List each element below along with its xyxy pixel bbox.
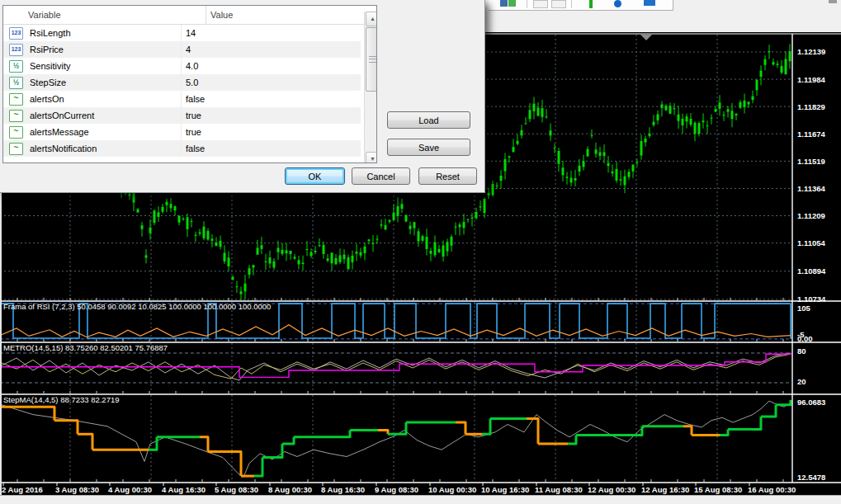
candle-body [467, 219, 470, 220]
candle-body [525, 124, 527, 125]
time-axis-label: 9 Aug 08:30 [375, 485, 418, 494]
parameter-value[interactable]: false [181, 140, 361, 157]
parameter-name: alertsOnCurrent [30, 111, 94, 120]
candle-body [554, 148, 556, 148]
candle-body [459, 224, 461, 227]
candle-body [698, 123, 701, 134]
parameter-value[interactable]: 4 [181, 41, 361, 58]
candle-body [331, 252, 333, 263]
candle-body [211, 239, 214, 241]
candle-body [170, 204, 172, 208]
pane-scale-label: 96.0683 [797, 398, 825, 407]
candle-body [673, 108, 676, 109]
candle-body [558, 151, 560, 164]
time-axis[interactable]: 2 Aug 20163 Aug 08:304 Aug 00:304 Aug 16… [2, 483, 796, 494]
candle-body [756, 80, 758, 91]
candle-body [401, 204, 404, 209]
window-left-edge [0, 192, 2, 504]
reset-button[interactable]: Reset [418, 167, 477, 185]
table-header[interactable]: Variable Value [3, 6, 376, 25]
column-header-variable[interactable]: Variable [3, 6, 206, 24]
parameter-row[interactable]: 123RsiLength14 [3, 25, 361, 41]
parameter-name: RsiLength [30, 28, 71, 38]
candle-body [694, 123, 697, 134]
parameter-value[interactable]: false [181, 91, 361, 107]
candle-body [426, 237, 428, 249]
candle-body [405, 215, 408, 222]
candle-body [281, 250, 284, 254]
candle-body [451, 237, 453, 246]
candle-body [529, 110, 532, 119]
parameter-row[interactable]: ~alertsNotificationfalse [3, 140, 361, 157]
time-axis-label: 3 Aug 08:30 [55, 485, 99, 494]
candle-body [768, 51, 771, 52]
time-axis-label: 4 Aug 00:30 [108, 485, 152, 494]
candle-body [772, 62, 775, 64]
candle-body [661, 104, 664, 108]
candle-body [492, 184, 494, 195]
window-bottom-strip [0, 495, 841, 504]
scroll-up-icon[interactable]: ▲ [366, 12, 377, 26]
double-param-icon: ½ [9, 77, 23, 89]
candle-body [261, 245, 263, 249]
candle-body [719, 102, 721, 108]
scroll-down-icon[interactable]: ▼ [366, 152, 377, 163]
ok-button[interactable]: OK [285, 167, 345, 185]
parameter-row[interactable]: ~alertsOnfalse [3, 91, 361, 107]
time-axis-label: 16 Aug 00:30 [748, 485, 796, 494]
save-button[interactable]: Save [387, 139, 470, 156]
candle-body [158, 212, 160, 217]
parameter-row[interactable]: ½Sensitivity4.0 [3, 58, 361, 74]
candle-body [166, 202, 168, 205]
candle-body [723, 115, 725, 115]
candle-body [236, 286, 239, 287]
candle-body [739, 102, 742, 108]
parameter-row[interactable]: ½StepSize5.0 [3, 74, 361, 91]
candle-body [665, 106, 668, 110]
candle-body [380, 224, 383, 225]
candle-body [603, 153, 606, 156]
price-axis-label: 1.10894 [797, 266, 826, 276]
candle-body [562, 167, 565, 175]
candle-body [389, 220, 391, 222]
table-scrollbar[interactable]: ▲ ▼ [364, 12, 377, 163]
candle-body [744, 101, 746, 107]
candle-body [488, 193, 490, 195]
parameter-name: Sensitivity [30, 61, 71, 71]
candle-body [372, 243, 375, 244]
candle-body [541, 108, 544, 117]
candle-body [628, 172, 631, 177]
column-header-value[interactable]: Value [206, 6, 376, 24]
bool-param-icon: ~ [9, 93, 23, 106]
candle-body [434, 243, 437, 256]
time-axis-label: 4 Aug 16:30 [162, 485, 206, 494]
candle-body [616, 169, 618, 181]
load-button[interactable]: Load [387, 111, 470, 129]
parameter-value[interactable]: true [181, 107, 361, 124]
scrollbar-thumb[interactable] [366, 27, 377, 92]
candle-body [513, 147, 515, 152]
parameter-value[interactable]: 14 [181, 25, 361, 41]
parameter-row[interactable]: 123RsiPrice4 [3, 41, 361, 58]
candle-body [141, 225, 144, 229]
candle-body [265, 261, 267, 262]
time-axis-label: 12 Aug 16:30 [641, 485, 689, 494]
parameter-value[interactable]: 5.0 [181, 74, 361, 91]
parameter-value[interactable]: true [181, 124, 361, 140]
pane-scale-label: 0.00 [797, 334, 813, 343]
candle-body [199, 233, 201, 234]
parameter-row[interactable]: ~alertsOnCurrenttrue [3, 107, 361, 124]
parameter-name: StepSize [30, 78, 66, 87]
parameters-table[interactable]: Variable Value 123RsiLength14123RsiPrice… [2, 5, 377, 163]
candle-body [418, 231, 420, 241]
candle-body [777, 64, 779, 65]
candle-body [521, 130, 523, 135]
candle-body [248, 268, 251, 275]
candle-body [574, 178, 577, 181]
candle-body [653, 122, 655, 125]
candle-body [579, 166, 581, 172]
candle-body [438, 249, 441, 252]
parameter-row[interactable]: ~alertsMessagetrue [3, 124, 361, 140]
parameter-value[interactable]: 4.0 [181, 58, 361, 74]
cancel-button[interactable]: Cancel [352, 167, 410, 185]
